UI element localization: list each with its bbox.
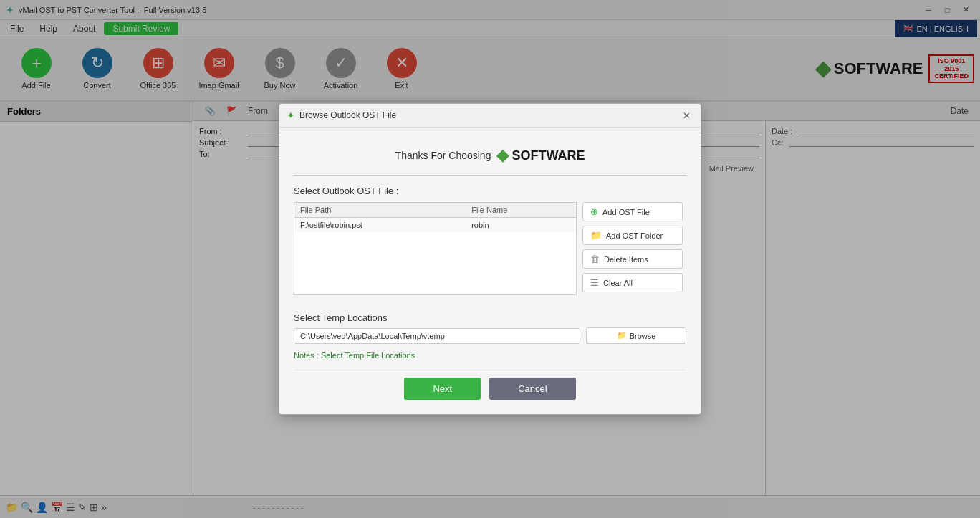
browse-button[interactable]: 📁 Browse [586,327,686,344]
filepath-col-header: File Path [294,203,466,218]
dialog-body: Thanks For Choosing ◆ SOFTWARE Select Ou… [279,128,701,414]
add-file-btn-icon: ⊕ [590,206,598,217]
browse-ost-dialog: ✦ Browse Outlook OST File ✕ Thanks For C… [279,103,701,415]
dialog-overlay: ✦ Browse Outlook OST File ✕ Thanks For C… [0,0,980,518]
clear-all-button[interactable]: ☰ Clear All [582,273,683,292]
dialog-brand-text: SOFTWARE [511,148,585,163]
notes-prefix: Notes : [294,351,321,360]
dialog-brand: ◆ SOFTWARE [496,146,585,165]
add-ost-file-button[interactable]: ⊕ Add OST File [582,202,683,221]
table-row: F:\ostfile\robin.pst robin [294,218,576,233]
notes-text: Notes : Select Temp File Locations [294,351,686,360]
delete-btn-icon: 🗑 [590,254,600,264]
dialog-brand-diamond-icon: ◆ [496,146,509,165]
temp-path-input[interactable] [294,328,580,344]
dialog-title-text: Browse Outlook OST File [299,110,396,120]
delete-items-button[interactable]: 🗑 Delete Items [582,249,683,269]
temp-location-label: Select Temp Locations [294,312,686,323]
next-button[interactable]: Next [404,378,481,400]
dialog-footer: Next Cancel [294,370,686,403]
dialog-titlebar: ✦ Browse Outlook OST File ✕ [279,104,701,128]
ost-table-area: File Path File Name F:\ostfile\robin.pst… [294,202,577,295]
ost-table-row: File Path File Name F:\ostfile\robin.pst… [294,202,686,304]
notes-link[interactable]: Select Temp File Locations [321,351,415,360]
dialog-logo-icon: ✦ [287,110,295,121]
clear-all-label: Clear All [603,279,633,287]
filepath-cell: F:\ostfile\robin.pst [294,218,466,233]
dialog-thanks: Thanks For Choosing ◆ SOFTWARE [294,139,686,176]
filename-col-header: File Name [466,203,576,218]
add-ost-folder-label: Add OST Folder [606,231,663,240]
ost-table-body: F:\ostfile\robin.pst robin [294,218,576,233]
add-folder-btn-icon: 📁 [590,230,602,241]
select-ost-label: Select Outlook OST File : [294,186,686,196]
clear-btn-icon: ☰ [590,277,599,288]
ost-file-table: File Path File Name F:\ostfile\robin.pst… [294,203,576,232]
add-ost-file-label: Add OST File [602,208,650,216]
dialog-title-left: ✦ Browse Outlook OST File [287,110,396,121]
browse-label: Browse [630,332,656,340]
filename-cell: robin [466,218,576,233]
temp-location-row: 📁 Browse [294,327,686,344]
dialog-close-button[interactable]: ✕ [679,108,693,123]
add-ost-folder-button[interactable]: 📁 Add OST Folder [582,226,683,245]
cancel-button[interactable]: Cancel [489,378,575,400]
thanks-text: Thanks For Choosing [395,150,491,161]
delete-items-label: Delete Items [604,255,648,264]
ost-action-buttons: ⊕ Add OST File 📁 Add OST Folder 🗑 Delete… [582,202,686,304]
temp-location-section: Select Temp Locations 📁 Browse [294,312,686,344]
browse-folder-icon: 📁 [617,331,627,340]
